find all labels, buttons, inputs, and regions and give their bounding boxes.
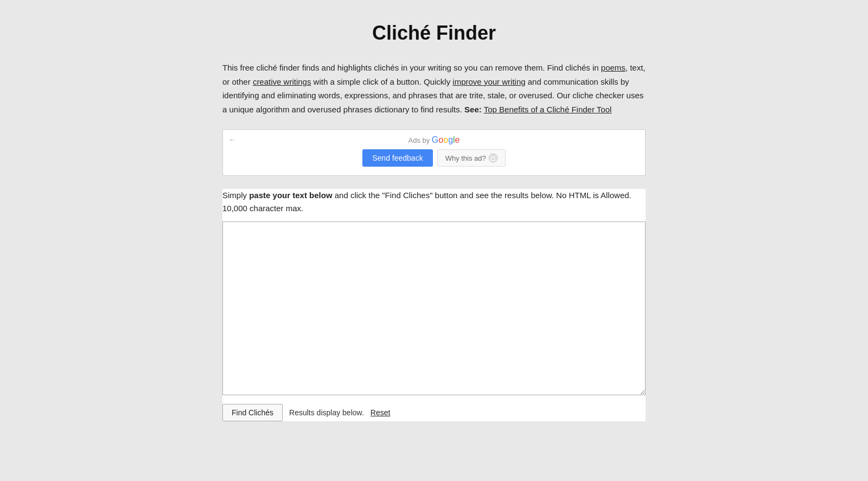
info-icon: ⓘ [489,154,497,162]
google-logo: Google [432,135,460,144]
find-cliches-button[interactable]: Find Clichés [222,404,283,421]
tool-area: Simply paste your text below and click t… [222,189,646,421]
results-display-text: Results display below. [289,408,364,417]
send-feedback-button[interactable]: Send feedback [362,149,432,167]
ads-by-google-label: Ads by Google [232,135,636,145]
bottom-controls: Find Clichés Results display below. Rese… [222,404,646,421]
instructions-text: Simply paste your text below and click t… [222,189,646,215]
reset-button[interactable]: Reset [371,408,391,417]
back-arrow-icon[interactable]: ← [228,135,236,144]
creative-writings-link[interactable]: creative writings [253,77,311,86]
why-this-ad-button[interactable]: Why this ad? ⓘ [437,149,506,167]
improve-writing-link[interactable]: improve your writing [452,77,525,86]
ad-box: ← Ads by Google Send feedback Why this a… [222,129,646,176]
poems-link[interactable]: poems [601,63,626,72]
ad-buttons-area: Send feedback Why this ad? ⓘ [232,149,636,167]
text-input[interactable] [222,221,646,395]
page-title: Cliché Finder [222,22,646,45]
description-text: This free cliché finder finds and highli… [222,61,646,116]
top-benefits-link[interactable]: Top Benefits of a Cliché Finder Tool [484,105,612,114]
why-this-ad-label: Why this ad? [445,154,486,162]
